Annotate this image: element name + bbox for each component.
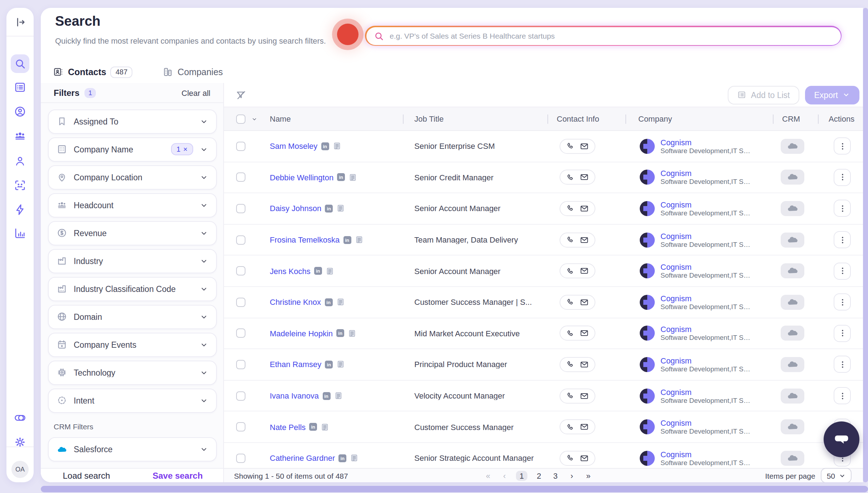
contact-card-icon[interactable]	[350, 454, 359, 462]
pagination-page-1[interactable]: 1	[516, 470, 527, 480]
filter-card-industry[interactable]: Industry	[48, 249, 217, 273]
team-icon[interactable]	[14, 130, 26, 142]
phone-icon[interactable]	[566, 173, 575, 182]
row-checkbox[interactable]	[236, 298, 245, 307]
row-actions-button[interactable]	[834, 138, 851, 155]
column-header-name[interactable]: Name	[258, 107, 403, 130]
column-header-crm[interactable]: CRM	[773, 107, 818, 130]
pagination-last[interactable]: »	[583, 471, 593, 480]
contact-info-pill[interactable]	[560, 295, 595, 310]
clear-all-button[interactable]: Clear all	[181, 88, 210, 97]
contact-name-link[interactable]: Daisy Johnson	[270, 204, 321, 213]
contact-info-pill[interactable]	[560, 388, 595, 403]
linkedin-icon[interactable]: in	[336, 330, 344, 337]
row-checkbox[interactable]	[236, 422, 245, 431]
email-icon[interactable]	[580, 173, 589, 182]
contact-card-icon[interactable]	[334, 391, 342, 400]
pagination-page-3[interactable]: 3	[550, 471, 560, 480]
phone-icon[interactable]	[566, 423, 575, 431]
filter-card-assigned-to[interactable]: Assigned To	[48, 109, 217, 133]
row-actions-button[interactable]	[834, 294, 851, 311]
add-to-list-button[interactable]: Add to List	[728, 86, 799, 104]
linkedin-icon[interactable]: in	[314, 267, 322, 275]
chevron-down-icon[interactable]	[251, 115, 258, 123]
row-actions-button[interactable]	[834, 200, 851, 217]
email-icon[interactable]	[580, 453, 589, 463]
linkedin-icon[interactable]: in	[337, 174, 345, 181]
company-link[interactable]: Cognism	[660, 325, 754, 334]
row-checkbox[interactable]	[236, 235, 245, 244]
row-actions-button[interactable]	[834, 262, 851, 279]
filter-card-company-events[interactable]: Company Events	[48, 332, 217, 357]
export-button[interactable]: Export	[805, 86, 860, 104]
crm-salesforce-badge[interactable]	[781, 357, 804, 372]
close-icon[interactable]: ×	[183, 145, 187, 153]
row-checkbox[interactable]	[236, 391, 245, 400]
save-search-button[interactable]: Save search	[132, 470, 223, 480]
contact-info-pill[interactable]	[560, 419, 595, 434]
row-checkbox[interactable]	[236, 266, 245, 275]
search-input[interactable]	[388, 31, 833, 41]
contact-name-link[interactable]: Ethan Ramsey	[270, 360, 321, 369]
company-link[interactable]: Cognism	[660, 387, 754, 396]
column-header-company[interactable]: Company	[625, 107, 773, 130]
contact-name-link[interactable]: Ivana Ivanova	[270, 391, 319, 400]
company-link[interactable]: Cognism	[660, 450, 754, 458]
contact-info-pill[interactable]	[560, 201, 595, 216]
row-actions-button[interactable]	[834, 231, 851, 248]
load-search-button[interactable]: Load search	[41, 470, 132, 480]
tab-companies[interactable]: Companies	[162, 67, 223, 77]
pagination-prev[interactable]: ‹	[499, 471, 509, 480]
contact-info-pill[interactable]	[560, 326, 595, 341]
email-icon[interactable]	[580, 204, 589, 213]
horizontal-scrollbar[interactable]	[41, 486, 868, 492]
linkedin-icon[interactable]: in	[325, 298, 332, 306]
filter-card-company-location[interactable]: Company Location	[48, 165, 217, 189]
email-icon[interactable]	[580, 422, 589, 431]
pagination-next[interactable]: ›	[567, 471, 577, 480]
row-actions-button[interactable]	[834, 356, 851, 373]
linkedin-icon[interactable]: in	[343, 236, 351, 244]
email-icon[interactable]	[580, 329, 589, 338]
audience-frame-icon[interactable]	[14, 179, 26, 192]
column-header-contact-info[interactable]: Contact Info	[547, 107, 625, 130]
crm-salesforce-badge[interactable]	[781, 326, 804, 341]
phone-icon[interactable]	[566, 454, 575, 462]
crm-salesforce-badge[interactable]	[781, 201, 804, 216]
linkedin-icon[interactable]: in	[321, 142, 329, 150]
contact-name-link[interactable]: Madeleine Hopkin	[270, 329, 333, 338]
pagination-page-2[interactable]: 2	[534, 471, 544, 480]
linkedin-icon[interactable]: in	[325, 205, 333, 213]
analytics-icon[interactable]	[14, 227, 26, 240]
phone-icon[interactable]	[566, 142, 575, 151]
row-checkbox[interactable]	[236, 204, 245, 213]
contact-name-link[interactable]: Sam Moseley	[270, 142, 317, 151]
contact-name-link[interactable]: Jens Kochs	[270, 267, 311, 275]
email-icon[interactable]	[580, 266, 589, 275]
search-icon[interactable]	[14, 57, 26, 70]
crm-salesforce-badge[interactable]	[781, 295, 804, 310]
crm-salesforce-badge[interactable]	[781, 232, 804, 247]
company-link[interactable]: Cognism	[660, 419, 754, 427]
sidebar-collapse-button[interactable]	[14, 16, 26, 29]
contact-info-pill[interactable]	[560, 357, 595, 372]
company-link[interactable]: Cognism	[660, 169, 754, 178]
contact-info-pill[interactable]	[560, 232, 595, 247]
tab-contacts[interactable]: Contacts 487	[53, 66, 132, 78]
email-icon[interactable]	[580, 360, 589, 369]
contact-card-icon[interactable]	[321, 423, 329, 431]
items-per-page-select[interactable]: 50	[821, 468, 852, 482]
contact-card-icon[interactable]	[336, 204, 345, 213]
phone-icon[interactable]	[566, 204, 575, 213]
contact-card-icon[interactable]	[348, 173, 357, 182]
row-checkbox[interactable]	[236, 453, 245, 463]
contact-card-icon[interactable]	[355, 235, 363, 244]
company-link[interactable]: Cognism	[660, 294, 754, 303]
column-header-actions[interactable]: Actions	[818, 107, 863, 130]
contact-info-pill[interactable]	[560, 170, 595, 185]
filter-card-company-name[interactable]: Company Name 1×	[48, 137, 217, 161]
email-icon[interactable]	[580, 142, 589, 151]
linkedin-icon[interactable]: in	[325, 361, 333, 368]
filter-card-intent[interactable]: Intent	[48, 388, 217, 413]
contact-info-pill[interactable]	[560, 450, 595, 465]
